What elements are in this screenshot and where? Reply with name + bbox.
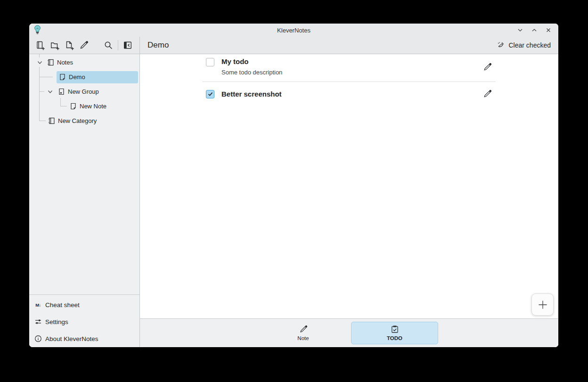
todo-title: My todo <box>221 57 282 66</box>
page-header: Demo Clear checked <box>140 37 558 54</box>
footer-item-label: Settings <box>45 318 68 325</box>
tree-item-demo[interactable]: Demo <box>29 70 139 84</box>
klevernotes-window: KleverNotes <box>29 24 558 347</box>
footer-item-label: Cheat sheet <box>45 301 80 309</box>
tab-todo[interactable]: TODO <box>351 322 438 344</box>
mode-tabbar: Note TODO <box>140 318 558 347</box>
footer-item-label: About KleverNotes <box>45 335 98 342</box>
info-icon <box>34 335 42 342</box>
tree-item-label: New Group <box>68 88 99 95</box>
markdown-icon: M↓ <box>34 302 42 308</box>
todo-title: Better screenshot <box>221 89 282 99</box>
todo-description: Some todo description <box>221 68 282 77</box>
tab-label: TODO <box>387 335 402 341</box>
todo-list: My todo Some todo description <box>203 54 496 99</box>
note-icon <box>59 73 66 81</box>
todo-item: My todo Some todo description <box>203 57 496 77</box>
window-title: KleverNotes <box>277 27 310 34</box>
todo-checkbox-checked[interactable] <box>206 90 214 98</box>
tree-item-new-note[interactable]: New Note <box>29 99 139 114</box>
minimize-button[interactable] <box>516 26 524 34</box>
tree-item-new-category[interactable]: New Category <box>29 114 139 128</box>
todo-item: Better screenshot <box>203 89 496 99</box>
desktop-background: KleverNotes <box>0 0 588 382</box>
todo-view: My todo Some todo description <box>140 54 558 318</box>
edit-todo-button[interactable] <box>482 89 493 99</box>
close-button[interactable] <box>544 26 553 34</box>
settings-button[interactable]: Settings <box>29 313 139 330</box>
category-icon <box>48 117 55 124</box>
toolbar: Demo Clear checked <box>29 37 558 54</box>
edit-icon[interactable] <box>78 39 90 51</box>
sidebar-toolbar <box>29 37 140 54</box>
todo-separator <box>203 81 496 82</box>
toggle-sidebar-icon[interactable] <box>122 39 134 51</box>
tree-item-label: New Note <box>80 103 106 110</box>
about-button[interactable]: About KleverNotes <box>29 330 139 347</box>
titlebar[interactable]: KleverNotes <box>29 24 558 37</box>
page-title: Demo <box>147 41 169 50</box>
selected-note-highlight: Demo <box>57 71 138 83</box>
clear-checked-label: Clear checked <box>509 41 551 49</box>
tree-item-label: Notes <box>57 59 73 66</box>
note-icon <box>70 103 77 110</box>
tree-item-label: New Category <box>58 117 97 124</box>
clipboard-check-icon <box>391 325 399 333</box>
klevernotes-lightbulb-icon <box>33 25 41 35</box>
chevron-down-icon[interactable] <box>47 89 53 95</box>
tab-note[interactable]: Note <box>260 322 347 344</box>
toolbar-separator <box>118 40 118 50</box>
tree-item-new-group[interactable]: New Group <box>29 84 139 99</box>
add-category-icon[interactable] <box>34 39 46 51</box>
plus-icon <box>538 300 548 310</box>
todo-checkbox-unchecked[interactable] <box>206 58 214 66</box>
clear-checked-button[interactable]: Clear checked <box>496 39 552 51</box>
category-icon <box>47 59 54 66</box>
sidebar-footer: M↓ Cheat sheet Settings <box>29 294 139 347</box>
broom-clear-icon <box>497 41 505 49</box>
edit-todo-button[interactable] <box>482 62 493 73</box>
tab-label: Note <box>297 335 309 341</box>
search-icon[interactable] <box>102 39 114 51</box>
maximize-button[interactable] <box>530 26 539 34</box>
group-icon <box>58 88 65 95</box>
pencil-icon <box>299 325 308 333</box>
tree-item-notes[interactable]: Notes <box>29 55 139 70</box>
tree-item-label: Demo <box>69 73 85 81</box>
sliders-icon <box>34 318 42 325</box>
chevron-down-icon[interactable] <box>37 60 42 65</box>
add-note-icon[interactable] <box>63 39 75 51</box>
add-todo-fab[interactable] <box>531 293 554 316</box>
notes-tree: Notes Demo <box>29 54 139 128</box>
cheat-sheet-button[interactable]: M↓ Cheat sheet <box>29 296 139 313</box>
add-group-icon[interactable] <box>49 39 61 51</box>
sidebar: Notes Demo <box>29 54 140 347</box>
